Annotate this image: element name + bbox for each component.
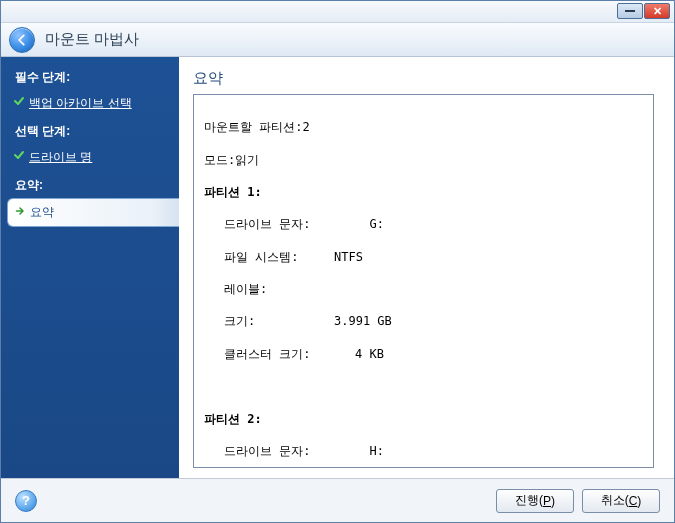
cancel-label-post: ) — [637, 494, 641, 508]
cancel-button[interactable]: 취소(C) — [582, 489, 660, 513]
sidebar: 필수 단계: 백업 아카이브 선택 선택 단계: 드라이브 명 요약: 요 — [1, 57, 179, 478]
minimize-button[interactable] — [617, 3, 643, 19]
back-arrow-icon — [15, 33, 29, 47]
drive-letter-value: G: — [334, 216, 384, 232]
mount-label: 마운트할 파티션: — [204, 119, 302, 135]
sidebar-item-summary[interactable]: 요약 — [7, 198, 179, 227]
mode-label: 모드: — [204, 152, 235, 168]
wizard-window: ✕ 마운트 마법사 필수 단계: 백업 아카이브 선택 선택 단계: — [0, 0, 675, 523]
drive-letter-value: H: — [334, 443, 384, 459]
check-icon — [13, 95, 25, 107]
back-button[interactable] — [9, 27, 35, 53]
cancel-mnemonic: C — [629, 494, 638, 508]
label-value — [334, 281, 384, 297]
mode-value: 읽기 — [235, 152, 259, 168]
sidebar-item-drive[interactable]: 드라이브 명 — [1, 144, 179, 171]
help-icon: ? — [22, 493, 30, 508]
partition-heading: 파티션 2: — [204, 411, 262, 427]
titlebar: ✕ — [1, 1, 674, 23]
title-buttons: ✕ — [617, 3, 670, 19]
close-icon: ✕ — [653, 6, 662, 17]
footer: ? 진행(P) 취소(C) — [1, 478, 674, 522]
sidebar-required-heading: 필수 단계: — [1, 63, 179, 90]
arrow-right-icon — [14, 205, 26, 217]
content-title: 요약 — [193, 69, 654, 94]
minimize-icon — [625, 10, 635, 12]
proceed-label-post: ) — [551, 494, 555, 508]
proceed-mnemonic: P — [543, 494, 551, 508]
proceed-label-pre: 진행( — [515, 492, 543, 509]
label-label: 레이블: — [224, 281, 334, 297]
drive-letter-label: 드라이브 문자: — [224, 216, 334, 232]
header: 마운트 마법사 — [1, 23, 674, 57]
help-button[interactable]: ? — [15, 490, 37, 512]
mount-count: 2 — [302, 119, 309, 135]
cluster-label: 클러스터 크기: — [224, 346, 334, 362]
sidebar-item-label: 드라이브 명 — [29, 150, 92, 164]
wizard-title: 마운트 마법사 — [45, 30, 139, 49]
size-value: 3.991 GB — [334, 313, 392, 329]
fs-label: 파일 시스템: — [224, 249, 334, 265]
sidebar-item-label: 백업 아카이브 선택 — [29, 96, 132, 110]
cluster-value: 4 KB — [334, 346, 384, 362]
check-icon — [13, 149, 25, 161]
close-button[interactable]: ✕ — [644, 3, 670, 19]
fs-value: NTFS — [334, 249, 384, 265]
sidebar-optional-heading: 선택 단계: — [1, 117, 179, 144]
sidebar-item-label: 요약 — [30, 205, 54, 219]
proceed-button[interactable]: 진행(P) — [496, 489, 574, 513]
sidebar-summary-heading: 요약: — [1, 171, 179, 198]
content: 요약 마운트할 파티션: 2 모드: 읽기 파티션 1: 드라이브 문자:G: … — [179, 57, 674, 478]
cancel-label-pre: 취소( — [601, 492, 629, 509]
sidebar-item-archive[interactable]: 백업 아카이브 선택 — [1, 90, 179, 117]
partition-heading: 파티션 1: — [204, 184, 262, 200]
size-label: 크기: — [224, 313, 334, 329]
drive-letter-label: 드라이브 문자: — [224, 443, 334, 459]
summary-box: 마운트할 파티션: 2 모드: 읽기 파티션 1: 드라이브 문자:G: 파일 … — [193, 94, 654, 468]
body: 필수 단계: 백업 아카이브 선택 선택 단계: 드라이브 명 요약: 요 — [1, 57, 674, 478]
